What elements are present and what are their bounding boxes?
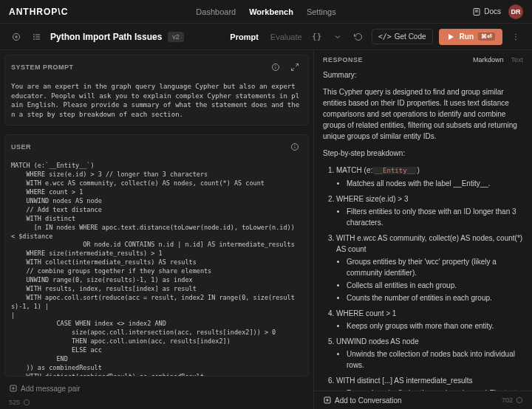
response-title: RESPONSE [323,56,363,63]
add-message-pair[interactable]: Add message pair [0,381,313,396]
plus-icon [9,384,18,393]
response-body[interactable]: Summary:This Cypher query is designed to… [314,69,532,391]
system-prompt-title: SYSTEM PROMPT [11,63,74,71]
add-to-conversation[interactable]: Add to Conversation [323,396,402,405]
svg-point-23 [295,145,296,146]
token-count-left: 525 [0,396,313,409]
add-icon[interactable] [9,30,24,44]
history-icon[interactable] [351,30,366,44]
svg-point-10 [34,36,35,37]
system-prompt-panel: SYSTEM PROMPT You are an expert in the g… [4,55,309,126]
system-prompt-body[interactable]: You are an expert in the graph query lan… [5,79,308,125]
chevron-down-icon[interactable] [330,30,345,44]
run-label: Run [460,32,474,41]
info-icon [23,399,30,406]
avatar[interactable]: DR [508,4,523,19]
get-code-button[interactable]: </> Get Code [372,29,433,44]
nav-workbench[interactable]: Workbench [249,7,293,16]
list-icon[interactable] [30,30,44,44]
response-tab-markdown[interactable]: Markdown [473,56,504,63]
docs-label: Docs [484,7,501,16]
svg-point-9 [34,34,35,35]
response-tab-text[interactable]: Text [511,56,523,63]
svg-line-19 [296,64,299,67]
tab-prompt[interactable]: Prompt [230,32,259,41]
docs-icon [472,7,481,16]
plus-icon [323,396,332,405]
docs-button[interactable]: Docs [472,7,501,16]
svg-point-13 [515,33,516,35]
svg-marker-12 [449,34,454,40]
get-code-label: Get Code [395,32,426,41]
token-count-right: 702 [502,396,523,404]
page-title: Python Import Path Issues [50,32,162,42]
svg-point-14 [515,36,516,38]
run-shortcut: ⌘⏎ [478,32,495,41]
add-conv-label: Add to Conversation [335,396,402,405]
svg-point-11 [34,38,35,39]
info-icon [516,396,523,404]
run-button[interactable]: Run ⌘⏎ [439,29,502,45]
add-message-label: Add message pair [21,385,81,393]
nav-settings[interactable]: Settings [307,7,336,16]
svg-point-18 [276,66,276,66]
user-panel-title: USER [11,143,31,151]
svg-line-20 [292,68,295,71]
user-body[interactable]: MATCH (e:`__Entity__`) WHERE size(e.id) … [5,159,308,376]
svg-point-15 [515,38,516,40]
logo: ANTHROP\C [9,7,68,17]
info-icon[interactable] [268,60,283,75]
svg-point-27 [24,399,30,405]
user-panel: USER MATCH (e:`__Entity__`) WHERE size(e… [4,134,309,377]
nav-dashboard[interactable]: Dashboard [196,7,236,16]
braces-icon[interactable]: {} [310,30,324,44]
svg-point-31 [516,397,522,403]
tab-evaluate[interactable]: Evaluate [270,32,302,41]
info-icon[interactable] [287,140,302,154]
play-icon [446,32,455,41]
version-badge: v2 [168,32,184,42]
top-nav: Dashboard Workbench Settings [196,7,335,16]
expand-icon[interactable] [287,60,302,75]
more-icon[interactable] [508,30,523,44]
